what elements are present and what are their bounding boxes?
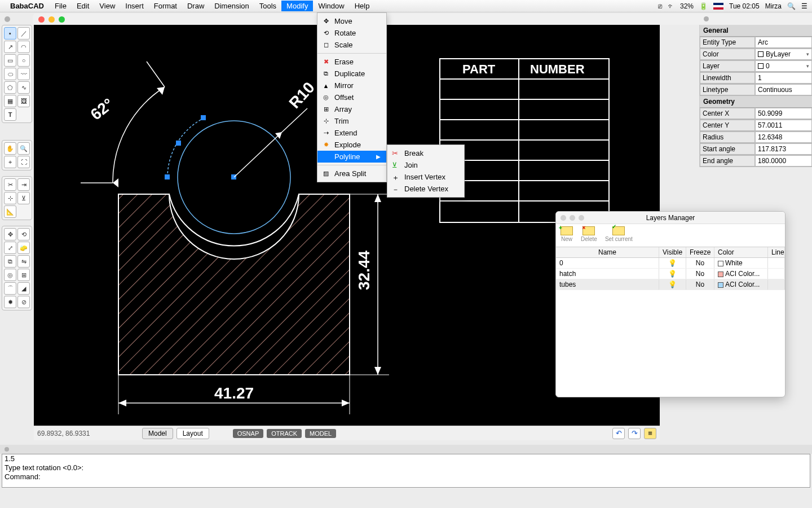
tool-move[interactable]: ✥ <box>4 228 16 240</box>
tool-spline[interactable]: ∿ <box>17 81 30 94</box>
prop-value[interactable]: 180.0000 <box>755 155 812 167</box>
menu-insert[interactable]: Insert <box>120 1 149 11</box>
flag-icon[interactable] <box>713 3 723 10</box>
layer-color[interactable]: ACI Color... <box>714 269 768 279</box>
toggle-model[interactable]: MODEL <box>305 429 336 438</box>
layers-titlebar[interactable]: Layers Manager <box>556 212 785 224</box>
prop-row[interactable]: Center X50.9099 <box>700 108 812 120</box>
prop-value[interactable]: Continuous <box>755 84 812 95</box>
prop-row[interactable]: Entity TypeArc <box>700 37 812 49</box>
tool-zoom-window[interactable]: ⌖ <box>4 156 16 168</box>
mi-extend[interactable]: ⇢Extend <box>317 127 386 139</box>
mi-scale[interactable]: ◻Scale <box>317 39 386 51</box>
layers-col-freeze[interactable]: Freeze <box>686 247 714 257</box>
mi-offset[interactable]: ◎Offset <box>317 91 386 103</box>
mi-join[interactable]: ⊻Join <box>387 159 464 171</box>
clock[interactable]: Tue 02:05 <box>729 2 760 10</box>
prop-value[interactable]: 12.6348 <box>755 132 812 143</box>
redo-button[interactable]: ↷ <box>628 428 641 439</box>
tool-array[interactable]: ⊞ <box>17 269 30 281</box>
traffic-lights[interactable] <box>38 16 65 23</box>
menu-file[interactable]: File <box>50 1 72 11</box>
mi-polyline[interactable]: Polyline▶ <box>317 151 386 163</box>
prop-row[interactable]: ColorByLayer <box>700 49 812 60</box>
prop-row[interactable]: End angle180.0000 <box>700 155 812 167</box>
prop-value[interactable]: 1 <box>755 72 812 84</box>
layer-color[interactable]: ACI Color... <box>714 279 768 290</box>
prop-value[interactable]: 57.0011 <box>755 120 812 131</box>
tool-polygon[interactable]: ⬠ <box>4 81 16 94</box>
prop-row[interactable]: Radius12.6348 <box>700 132 812 143</box>
tool-areasplit[interactable]: ⊘ <box>17 296 30 308</box>
tool-text[interactable]: T <box>4 108 16 121</box>
layer-color[interactable]: White <box>714 258 768 268</box>
prop-value[interactable]: 117.8173 <box>755 143 812 155</box>
menu-extra-icon[interactable]: ☰ <box>801 2 807 10</box>
layers-col-color[interactable]: Color <box>714 247 768 257</box>
mi-trim[interactable]: ⊹Trim <box>317 115 386 127</box>
command-line[interactable]: 1.5 Type text rotation <0.0>: Command: <box>2 454 810 488</box>
mi-duplicate[interactable]: ⧉Duplicate <box>317 68 386 80</box>
layer-linetype[interactable] <box>768 269 785 279</box>
mi-break[interactable]: ✂Break <box>387 147 464 159</box>
menu-format[interactable]: Format <box>149 1 182 11</box>
layer-visible-toggle[interactable]: 💡 <box>659 279 686 290</box>
mi-delete-vertex[interactable]: －Delete Vertex <box>387 183 464 195</box>
tool-rect[interactable]: ▭ <box>4 54 16 67</box>
tool-image[interactable]: 🖼 <box>17 95 30 107</box>
menu-help[interactable]: Help <box>350 1 375 11</box>
tool-circle[interactable]: ○ <box>17 54 30 67</box>
tool-join[interactable]: ⊻ <box>17 192 30 204</box>
tool-offset[interactable]: ◎ <box>4 269 16 281</box>
user-name[interactable]: Mirza <box>765 2 782 10</box>
menu-modify[interactable]: Modify <box>281 1 313 11</box>
mi-areasplit[interactable]: ▨Area Split <box>317 168 386 179</box>
spotlight-icon[interactable]: 🔍 <box>787 2 796 10</box>
layer-freeze-toggle[interactable]: No <box>686 269 714 279</box>
toggle-osnap[interactable]: OSNAP <box>233 429 264 438</box>
mi-insert-vertex[interactable]: ＋Insert Vertex <box>387 171 464 183</box>
prop-value[interactable]: 50.9099 <box>755 108 812 119</box>
prop-value[interactable]: Arc <box>755 37 812 48</box>
layer-row[interactable]: hatch💡NoACI Color... <box>556 269 785 279</box>
prop-row[interactable]: Linewidth1 <box>700 72 812 84</box>
tab-layout[interactable]: Layout <box>176 428 209 439</box>
tool-erase[interactable]: 🧽 <box>17 242 30 254</box>
tool-zoom-extents[interactable]: ⛶ <box>17 156 30 168</box>
layer-linetype[interactable] <box>768 279 785 290</box>
menu-tools[interactable]: Tools <box>254 1 281 11</box>
tool-mirror[interactable]: ⇋ <box>17 255 30 268</box>
mi-explode[interactable]: ✸Explode <box>317 139 386 151</box>
layers-delete-button[interactable]: ×Delete <box>581 226 597 242</box>
prop-row[interactable]: Layer0 <box>700 60 812 72</box>
layers-traffic-lights[interactable] <box>561 215 584 221</box>
menu-edit[interactable]: Edit <box>72 1 94 11</box>
prop-row[interactable]: Start angle117.8173 <box>700 143 812 155</box>
tool-break[interactable]: ⊹ <box>4 192 16 204</box>
screen-icon[interactable]: ⎚ <box>658 2 662 10</box>
tool-arc[interactable]: ◠ <box>17 41 30 53</box>
toggle-otrack[interactable]: OTRACK <box>267 429 302 438</box>
layer-visible-toggle[interactable]: 💡 <box>659 269 686 279</box>
tool-explode[interactable]: ✸ <box>4 296 16 308</box>
tool-polyline[interactable]: 〰 <box>17 68 30 80</box>
tool-copy[interactable]: ⧉ <box>4 255 16 268</box>
layer-freeze-toggle[interactable]: No <box>686 279 714 290</box>
tool-ray[interactable]: ↗ <box>4 41 16 53</box>
mi-array[interactable]: ⊞Array <box>317 103 386 115</box>
layers-button[interactable]: ≡ <box>644 428 656 439</box>
prop-row[interactable]: LinetypeContinuous <box>700 84 812 96</box>
tool-zoom[interactable]: 🔍 <box>17 142 30 155</box>
menu-window[interactable]: Window <box>313 1 349 11</box>
layer-visible-toggle[interactable]: 💡 <box>659 258 686 268</box>
tool-line[interactable]: ／ <box>17 27 30 40</box>
layers-new-button[interactable]: +New <box>561 226 573 242</box>
tool-trim[interactable]: ✂ <box>4 178 16 191</box>
mi-move[interactable]: ✥Move <box>317 15 386 27</box>
mi-mirror[interactable]: ▲Mirror <box>317 80 386 91</box>
tool-hatch[interactable]: ▦ <box>4 95 16 107</box>
layers-manager-window[interactable]: Layers Manager +New ×Delete ✓Set current… <box>555 211 785 397</box>
prop-row[interactable]: Center Y57.0011 <box>700 120 812 132</box>
menu-draw[interactable]: Draw <box>182 1 209 11</box>
menu-view[interactable]: View <box>94 1 120 11</box>
